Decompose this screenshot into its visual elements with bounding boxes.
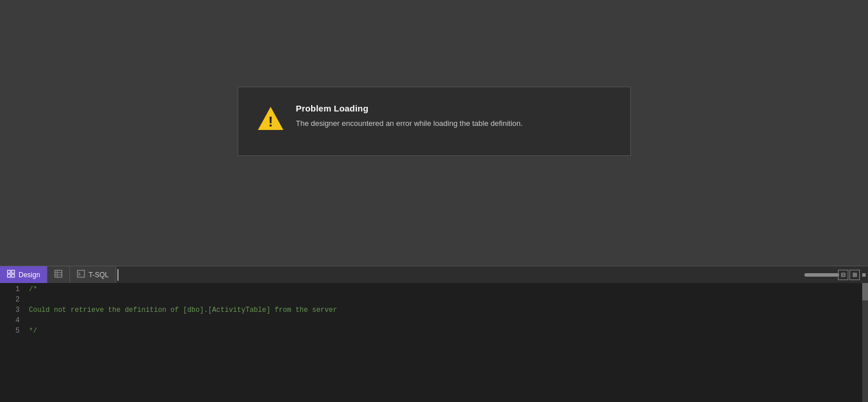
tab-2[interactable] — [47, 266, 70, 283]
tsql-icon: S — [77, 270, 85, 280]
line-content-3: Could not retrieve the definition of [db… — [29, 306, 337, 314]
line-number-3: 3 — [0, 306, 29, 314]
design-icon — [7, 270, 15, 280]
tab-design[interactable]: Design — [0, 266, 47, 283]
tab-cursor — [117, 269, 119, 281]
more-icon — [862, 273, 866, 277]
expand-button[interactable]: ⊞ — [849, 270, 860, 280]
line-number-4: 4 — [0, 317, 29, 325]
error-title: Problem Loading — [296, 103, 523, 113]
error-message: The designer encountered an error while … — [296, 118, 523, 129]
collapse-icon: ⊟ — [841, 271, 845, 278]
tab-bar: Design S T-SQL ⊟ ⊞ — [0, 266, 868, 283]
svg-text:S: S — [78, 272, 80, 277]
line-number-2: 2 — [0, 296, 29, 304]
main-designer-area: ! Problem Loading The designer encounter… — [0, 0, 868, 266]
svg-rect-6 — [55, 270, 62, 277]
code-line-5: 5 */ — [0, 326, 868, 336]
tab-right-buttons: ⊟ ⊞ — [836, 266, 868, 283]
tab-scrollbar[interactable] — [804, 273, 839, 277]
line-content-1: /* — [29, 285, 37, 293]
svg-rect-2 — [8, 270, 10, 273]
collapse-button[interactable]: ⊟ — [838, 270, 848, 280]
warning-triangle-icon: ! — [257, 105, 285, 132]
table-icon — [54, 270, 62, 280]
tab-tsql[interactable]: S T-SQL — [70, 266, 116, 283]
code-line-3: 3 Could not retrieve the definition of [… — [0, 305, 868, 315]
svg-text:!: ! — [268, 114, 273, 129]
code-editor[interactable]: 1 /* 2 3 Could not retrieve the definiti… — [0, 283, 868, 402]
svg-rect-5 — [12, 274, 14, 277]
tab-tsql-label: T-SQL — [88, 271, 109, 279]
expand-icon: ⊞ — [852, 271, 857, 278]
scrollbar-vertical[interactable] — [862, 283, 868, 402]
error-dialog: ! Problem Loading The designer encounter… — [238, 87, 631, 156]
line-content-5: */ — [29, 327, 37, 335]
line-number-1: 1 — [0, 285, 29, 293]
code-lines: 1 /* 2 3 Could not retrieve the definiti… — [0, 283, 868, 337]
error-content: Problem Loading The designer encountered… — [296, 103, 523, 129]
svg-rect-3 — [12, 270, 14, 273]
svg-rect-4 — [8, 274, 10, 277]
code-line-1: 1 /* — [0, 284, 868, 295]
scrollbar-thumb[interactable] — [862, 283, 868, 300]
code-line-4: 4 — [0, 315, 868, 326]
tab-design-label: Design — [19, 271, 40, 279]
line-number-5: 5 — [0, 327, 29, 335]
code-line-2: 2 — [0, 295, 868, 305]
